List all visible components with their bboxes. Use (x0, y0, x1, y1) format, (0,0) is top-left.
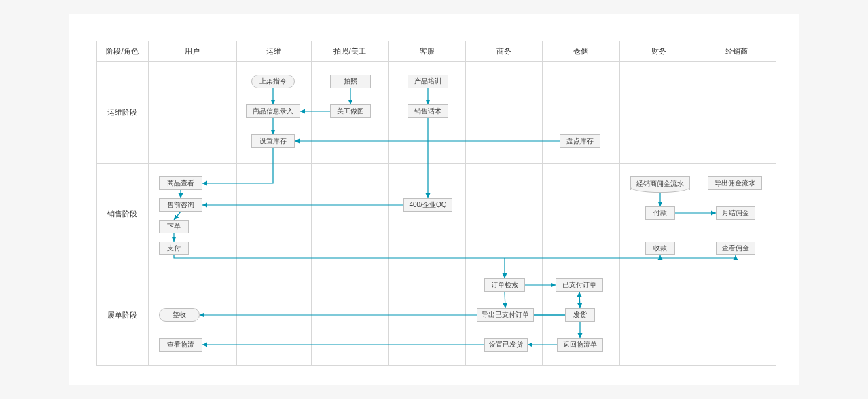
flow-node-art: 美工做图 (330, 104, 371, 118)
flow-node-order: 下单 (159, 220, 189, 233)
flow-node-info: 商品信息录入 (246, 104, 300, 118)
flow-node-presale: 售前咨询 (159, 198, 202, 212)
flow-node-exppaid: 导出已支付订单 (477, 308, 534, 322)
flow-node-expflow: 导出佣金流水 (708, 176, 762, 190)
column-header: 商务 (465, 41, 542, 61)
flow-node-qq: 400/企业QQ (403, 198, 452, 212)
phase-label: 运维阶段 (96, 107, 148, 117)
flow-node-view: 商品查看 (159, 176, 202, 190)
flow-node-sign: 签收 (159, 308, 200, 322)
flow-node-setstock: 设置库存 (251, 134, 295, 148)
column-header: 拍照/美工 (311, 41, 388, 61)
flow-node-cmd: 上架指令 (251, 75, 295, 88)
phase-label: 履单阶段 (96, 310, 148, 320)
flow-node-script: 销售话术 (408, 104, 448, 118)
column-header: 用户 (148, 41, 236, 61)
flow-node-train: 产品培训 (408, 75, 448, 88)
flow-node-ship: 发货 (565, 308, 595, 322)
flow-node-payout: 付款 (645, 206, 675, 220)
column-header: 客服 (388, 41, 465, 61)
canvas: 阶段/角色用户运维拍照/美工客服商务仓储财务经销商 运维阶段销售阶段履单阶段 上… (0, 0, 868, 399)
flow-node-seecomm: 查看佣金 (716, 242, 755, 255)
flow-node-retlogi: 返回物流单 (557, 338, 603, 352)
flow-node-logi: 查看物流 (159, 338, 202, 352)
flow-node-paid: 已支付订单 (556, 278, 603, 292)
flow-node-dflow: 经销商佣金流水 (630, 176, 690, 190)
flow-node-photo: 拍照 (330, 75, 371, 88)
column-header: 经销商 (698, 41, 776, 61)
column-header: 仓储 (542, 41, 619, 61)
flow-node-setshipped: 设置已发货 (484, 338, 528, 352)
column-header: 阶段/角色 (96, 41, 148, 61)
column-header: 财务 (619, 41, 698, 61)
flow-node-search: 订单检索 (484, 278, 525, 292)
phase-label: 销售阶段 (96, 209, 148, 219)
flow-node-recv: 收款 (645, 242, 675, 255)
column-header: 运维 (236, 41, 311, 61)
flow-node-countstock: 盘点库存 (560, 134, 600, 148)
swimlane-diagram: 阶段/角色用户运维拍照/美工客服商务仓储财务经销商 运维阶段销售阶段履单阶段 上… (96, 41, 776, 365)
flow-node-pay: 支付 (159, 242, 189, 255)
flow-node-monthly: 月结佣金 (716, 206, 755, 220)
